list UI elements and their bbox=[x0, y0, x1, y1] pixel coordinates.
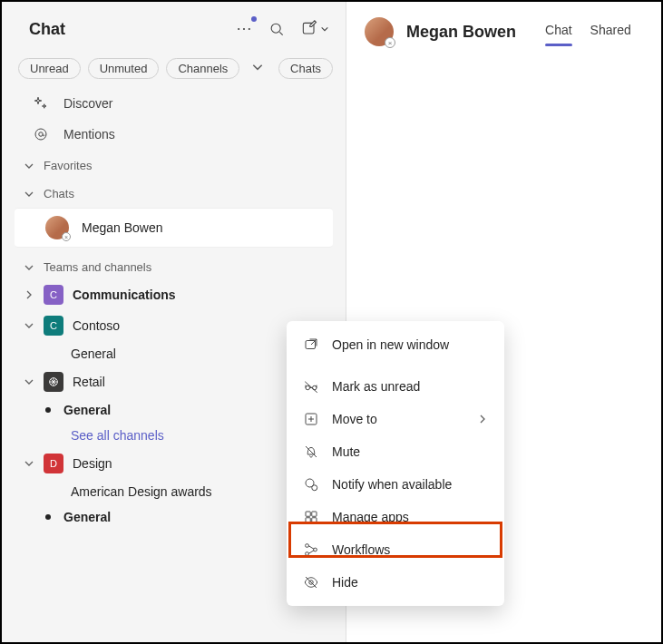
ctx-label: Notify when available bbox=[332, 477, 452, 492]
ctx-label: Move to bbox=[332, 412, 377, 426]
svg-point-3 bbox=[271, 24, 280, 33]
bell-off-icon bbox=[303, 444, 319, 460]
ctx-label: Mark as unread bbox=[332, 379, 420, 394]
ctx-label: Workflows bbox=[332, 542, 390, 557]
chevron-down-icon bbox=[251, 61, 264, 73]
ellipsis-icon bbox=[235, 20, 253, 38]
ctx-manage-apps[interactable]: Manage apps bbox=[287, 501, 504, 533]
team-avatar: C bbox=[44, 285, 63, 305]
ctx-label: Open in new window bbox=[332, 337, 449, 352]
svg-point-2 bbox=[249, 28, 250, 30]
chevron-down-icon bbox=[24, 262, 34, 273]
glasses-off-icon bbox=[303, 378, 319, 395]
chevron-right-icon bbox=[477, 414, 488, 424]
team-name: Design bbox=[73, 456, 112, 471]
nav-label: Discover bbox=[63, 96, 112, 111]
filter-row: Unread Unmuted Channels Chats bbox=[2, 53, 346, 88]
more-button[interactable] bbox=[235, 20, 253, 38]
chat-item-active[interactable]: × Megan Bowen bbox=[15, 208, 333, 248]
presence-icon bbox=[303, 476, 319, 493]
ctx-mark-unread[interactable]: Mark as unread bbox=[287, 370, 504, 403]
svg-point-13 bbox=[312, 485, 317, 491]
ctx-mute[interactable]: Mute bbox=[287, 435, 504, 468]
ctx-notify-available[interactable]: Notify when available bbox=[287, 468, 504, 501]
section-label: Chats bbox=[44, 187, 74, 200]
notification-dot bbox=[251, 16, 257, 22]
ctx-open-new-window[interactable]: Open in new window bbox=[287, 328, 504, 361]
filter-unmuted[interactable]: Unmuted bbox=[88, 58, 160, 79]
team-avatar: C bbox=[44, 316, 63, 336]
team-avatar bbox=[44, 372, 63, 392]
chevron-down-icon bbox=[24, 189, 34, 200]
open-window-icon bbox=[303, 337, 319, 353]
ctx-move-to[interactable]: Move to bbox=[287, 403, 504, 435]
channel-label: General bbox=[71, 346, 116, 361]
team-name: Contoso bbox=[73, 318, 120, 333]
svg-point-9 bbox=[306, 385, 310, 390]
sidebar-header: Chat bbox=[2, 2, 346, 53]
search-icon bbox=[268, 20, 286, 38]
sidebar-title: Chat bbox=[29, 20, 235, 39]
avatar[interactable]: × bbox=[365, 17, 394, 46]
nav-label: Mentions bbox=[63, 127, 115, 141]
team-name: Communications bbox=[73, 288, 176, 302]
chevron-down-icon bbox=[320, 24, 329, 34]
svg-rect-16 bbox=[306, 518, 310, 522]
svg-point-5 bbox=[35, 129, 46, 140]
sidebar-actions bbox=[235, 20, 329, 38]
unread-bullet bbox=[45, 514, 51, 520]
section-favorites[interactable]: Favorites bbox=[2, 150, 346, 178]
svg-rect-14 bbox=[306, 512, 310, 516]
nav-discover[interactable]: Discover bbox=[2, 88, 346, 119]
ctx-label: Mute bbox=[332, 444, 360, 459]
svg-point-0 bbox=[238, 28, 239, 30]
tab-shared[interactable]: Shared bbox=[590, 17, 631, 46]
main-header: × Megan Bowen Chat Shared bbox=[346, 2, 661, 53]
filter-chats[interactable]: Chats bbox=[278, 58, 333, 79]
move-icon bbox=[303, 411, 319, 427]
filter-channels[interactable]: Channels bbox=[166, 58, 239, 79]
main-tabs: Chat Shared bbox=[545, 17, 631, 46]
svg-point-1 bbox=[243, 28, 245, 30]
section-teams[interactable]: Teams and channels bbox=[2, 251, 346, 279]
context-menu: Open in new window Mark as unread Move t… bbox=[287, 321, 504, 606]
nav-mentions[interactable]: Mentions bbox=[2, 119, 346, 150]
svg-point-20 bbox=[306, 552, 309, 556]
chat-title: Megan Bowen bbox=[406, 23, 516, 42]
compose-icon bbox=[300, 20, 318, 38]
ctx-label: Manage apps bbox=[332, 510, 409, 524]
chevron-down-icon bbox=[24, 376, 34, 387]
chat-name: Megan Bowen bbox=[82, 220, 163, 235]
ctx-label: Hide bbox=[332, 575, 358, 590]
channel-label: General bbox=[63, 510, 111, 524]
team-name: Retail bbox=[73, 375, 105, 389]
team-communications[interactable]: C Communications bbox=[2, 279, 346, 310]
compose-button[interactable] bbox=[300, 20, 329, 38]
channel-label: American Design awards bbox=[71, 484, 212, 499]
ctx-hide[interactable]: Hide bbox=[287, 566, 504, 599]
svg-rect-15 bbox=[312, 512, 317, 516]
avatar: × bbox=[45, 216, 69, 239]
tab-chat[interactable]: Chat bbox=[545, 17, 572, 46]
chevron-down-icon bbox=[24, 458, 34, 469]
presence-offline-icon: × bbox=[62, 232, 71, 241]
svg-point-18 bbox=[306, 544, 309, 548]
ctx-workflows[interactable]: Workflows bbox=[287, 533, 504, 566]
workflow-icon bbox=[303, 542, 319, 558]
search-button[interactable] bbox=[268, 20, 286, 38]
apps-icon bbox=[303, 509, 319, 525]
at-icon bbox=[33, 126, 49, 142]
filters-expand[interactable] bbox=[251, 61, 264, 76]
sparkle-icon bbox=[33, 95, 49, 112]
svg-point-19 bbox=[314, 548, 317, 551]
chevron-right-icon bbox=[24, 289, 34, 300]
section-chats[interactable]: Chats bbox=[2, 178, 346, 206]
team-avatar: D bbox=[44, 454, 63, 473]
svg-rect-17 bbox=[312, 518, 317, 522]
section-label: Teams and channels bbox=[44, 260, 151, 274]
filter-unread[interactable]: Unread bbox=[18, 58, 81, 79]
link-label: See all channels bbox=[71, 428, 164, 443]
chevron-down-icon bbox=[24, 161, 34, 171]
channel-label: General bbox=[63, 403, 111, 417]
unread-bullet bbox=[45, 407, 51, 413]
